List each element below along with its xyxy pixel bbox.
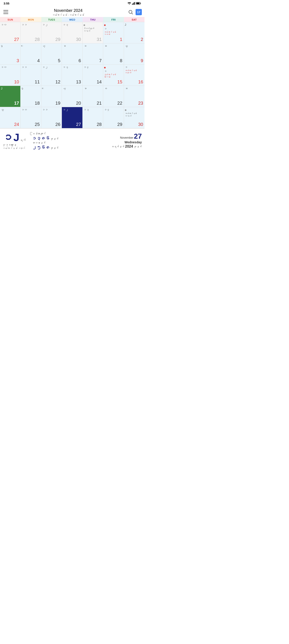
cal-cell[interactable]: ၁တန်ဆောင်မှန်း လပြည့်15 xyxy=(103,64,124,86)
wifi-icon xyxy=(128,2,131,5)
cal-cell[interactable]: ၁တန်ဆောင်မှန်း လဆန်း1 xyxy=(103,22,124,44)
myanmar-num: ၁ xyxy=(125,66,144,69)
sasana-label: သာသနာနှစ် xyxy=(32,141,109,144)
myanmar-num: ၁၄ xyxy=(104,108,123,112)
greg-num: 30 xyxy=(138,122,143,127)
svg-rect-8 xyxy=(136,3,140,4)
greg-num: 3 xyxy=(16,58,19,63)
svg-rect-9 xyxy=(3,10,8,11)
svg-rect-5 xyxy=(135,2,135,5)
greg-num: 27 xyxy=(14,37,19,42)
cal-cell[interactable]: ၶ6 xyxy=(62,44,82,64)
greg-num: 6 xyxy=(79,58,81,63)
gregorian-year-label: ခရစ်နှစ် xyxy=(111,145,124,148)
myanmar-num: ၁၀ xyxy=(1,66,19,69)
svg-rect-7 xyxy=(140,3,141,4)
myanmar-num: ၭ xyxy=(42,87,61,90)
myanmar-year-suffix: ခုနှစ် xyxy=(50,137,58,140)
cal-cell[interactable]: ၁၃28 xyxy=(83,107,103,128)
today-badge: 17 xyxy=(136,9,142,15)
calendar-header: November 2024 တန်ဆောင်မှန်း - တန်ဆောင်မှ… xyxy=(0,7,144,16)
myanmar-num: ၁၃ xyxy=(63,66,81,69)
cal-cell[interactable]: ၺ9 xyxy=(124,44,144,64)
greg-num: 28 xyxy=(35,37,40,42)
cal-cell[interactable]: ၭ4 xyxy=(20,44,41,64)
status-icons xyxy=(128,2,141,5)
today-button[interactable]: 17 xyxy=(135,8,143,16)
day-header-mon: MON xyxy=(20,17,41,22)
greg-num: 22 xyxy=(117,100,122,106)
cal-cell[interactable]: ၶ21 xyxy=(83,86,103,107)
cal-cell[interactable]: ၁၁11 xyxy=(20,64,41,86)
cal-cell[interactable]: ၁၁28 xyxy=(20,22,41,44)
greg-num: 30 xyxy=(76,37,81,42)
greg-num: 21 xyxy=(97,100,102,106)
greg-num: 14 xyxy=(97,80,102,84)
greg-num: 27 xyxy=(76,122,81,127)
cal-cell[interactable]: ၁၄14 xyxy=(83,64,103,86)
greg-num: 19 xyxy=(55,100,60,106)
greg-num: 5 xyxy=(58,58,60,63)
myanmar-num: ၼ xyxy=(104,44,123,48)
cal-cell[interactable]: ၁၂12 xyxy=(41,64,62,86)
dot-gray xyxy=(125,109,126,111)
cal-cell[interactable]: ၼ8 xyxy=(103,44,124,64)
cal-cell[interactable]: ၁၂27 xyxy=(62,107,82,128)
cal-cell[interactable]: ၁၀25 xyxy=(20,107,41,128)
myanmar-num: ၭ xyxy=(21,44,40,48)
burmese-month: တန်ဆောင်မှန်း လဆုတ် xyxy=(3,147,25,149)
cal-cell[interactable]: ၿ22 xyxy=(103,86,124,107)
greg-num: 11 xyxy=(35,80,40,84)
dot-red xyxy=(104,67,106,68)
myanmar-num: J xyxy=(1,87,19,90)
cal-cell[interactable]: ၁၀10 xyxy=(0,64,20,86)
myanmar-num: ၁ xyxy=(104,27,123,31)
cell-note: တန်ဆောင်မှန်း လဆန်း xyxy=(104,31,123,36)
cal-cell[interactable]: ၁တန်ဆောင်မှန်း လဆုတ်16 xyxy=(124,64,144,86)
myanmar-num: ၁၀ xyxy=(21,108,40,112)
cal-cell[interactable]: ၁၁26 xyxy=(41,107,62,128)
myanmar-num: ၁၀ xyxy=(1,23,19,26)
svg-rect-11 xyxy=(3,14,8,14)
cal-cell[interactable]: ၁၂29 xyxy=(41,22,62,44)
cal-cell[interactable]: J17 xyxy=(0,86,20,107)
myanmar-num: ၁၃ xyxy=(83,108,102,112)
svg-rect-10 xyxy=(3,12,8,12)
cal-cell[interactable]: ᧁ18 xyxy=(20,86,41,107)
cal-cell[interactable]: ၿ7 xyxy=(83,44,103,64)
cal-cell[interactable]: ၼ23 xyxy=(124,86,144,107)
cal-cell[interactable]: ၁၄29 xyxy=(103,107,124,128)
cal-cell[interactable]: ၯ5 xyxy=(41,44,62,64)
cal-cell[interactable]: ၯ20 xyxy=(62,86,82,107)
cal-cell[interactable]: ၁၃30 xyxy=(62,22,82,44)
cal-cell[interactable]: တန်ဆောင်မှန်း လကွယ်30 xyxy=(124,107,144,128)
cal-cell[interactable]: ᧁ3 xyxy=(0,44,20,64)
cal-cell[interactable]: သိတင်းကျွတ် လကွယ်31 xyxy=(83,22,103,44)
cal-cell[interactable]: ၭ19 xyxy=(41,86,62,107)
cal-cell[interactable]: ၁၃13 xyxy=(62,64,82,86)
cal-cell[interactable]: J2 xyxy=(124,22,144,44)
svg-rect-2 xyxy=(133,3,133,5)
status-time: 3:55 xyxy=(3,2,9,5)
search-button[interactable] xyxy=(127,8,135,16)
greg-num: 31 xyxy=(97,37,102,42)
menu-button[interactable] xyxy=(2,8,10,16)
greg-num: 2 xyxy=(141,37,143,42)
myanmar-num: ၁ xyxy=(104,70,123,73)
header-subtitle: တန်ဆောင်မှန်း - တန်ဆောင်မှန်း xyxy=(10,14,127,16)
info-panel: ၁J ရက် ပုဒ္ဓဟူးနေ့ တန်ဆောင်မှန်း လဆုတ် မ… xyxy=(0,128,144,153)
greg-num: 29 xyxy=(117,122,122,127)
greg-num: 25 xyxy=(35,122,40,127)
greg-num: 8 xyxy=(120,58,122,63)
myanmar-num: ၿ xyxy=(104,87,123,90)
greg-num: 4 xyxy=(37,58,40,63)
cal-cell[interactable]: ၁၀27 xyxy=(0,22,20,44)
myanmar-num: ၶ xyxy=(83,87,102,90)
greg-num: 15 xyxy=(117,80,122,84)
burmese-day-suffix: ရက် xyxy=(20,138,26,142)
cell-note: သိတင်းကျွတ် လကွယ် xyxy=(83,27,102,32)
day-header-tue: TUES xyxy=(41,17,62,22)
cal-cell[interactable]: ၺ24 xyxy=(0,107,20,128)
day-header-wed: WED xyxy=(62,17,82,22)
greg-num: 23 xyxy=(138,100,143,106)
